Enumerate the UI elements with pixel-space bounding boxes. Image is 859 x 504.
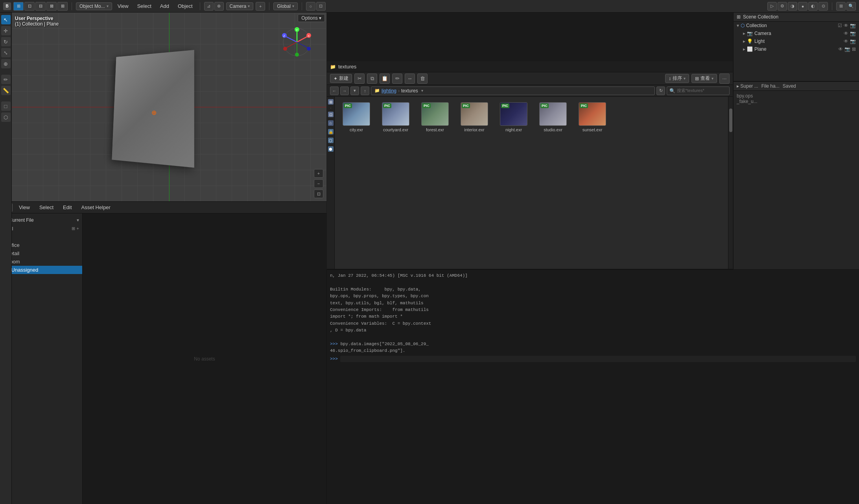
bookmark-3[interactable]: ☆ <box>328 120 334 126</box>
overlay-icon[interactable]: ⊙ <box>818 2 828 11</box>
move-tool-btn[interactable]: ✛ <box>1 26 11 35</box>
asset-tree-all[interactable]: ▾ All ⊞ + <box>0 224 82 233</box>
collection-row-light[interactable]: ▸ 💡 Light 👁 📷 <box>734 37 859 45</box>
collection-row-plane[interactable]: ▸ ⬜ Plane 👁 📷 ⊠ <box>734 45 859 53</box>
annotate-tool-btn[interactable]: ✏ <box>1 75 11 84</box>
select-menu[interactable]: Select <box>134 2 155 10</box>
scale-tool-btn[interactable]: ⤡ <box>1 48 11 57</box>
more-options-btn[interactable]: ··· <box>719 74 730 84</box>
asset-view-btn[interactable]: View <box>16 204 33 211</box>
plane-render[interactable]: 📷 <box>844 46 850 52</box>
bookmark-5[interactable]: ⬡ <box>328 138 334 143</box>
header-icon-3[interactable]: ⊟ <box>35 2 46 11</box>
zoom-fit-btn[interactable]: ⊡ <box>314 189 323 198</box>
file-item-studio[interactable]: PIC studio.exr <box>535 101 571 134</box>
scrollbar-thumb[interactable] <box>729 109 732 132</box>
delete-btn[interactable]: 🗑 <box>417 74 428 84</box>
file-item-night[interactable]: PIC night.exr <box>496 101 531 134</box>
file-item-sunset[interactable]: PIC sunset.exr <box>575 101 610 134</box>
move-btn[interactable]: ↔ <box>405 74 415 84</box>
mode-selector[interactable]: Object Mo... ▾ <box>76 2 112 10</box>
rename-btn[interactable]: ✏ <box>392 74 402 84</box>
nav-up-btn[interactable]: ↑ <box>361 86 369 95</box>
transform-tool-btn[interactable]: ⊕ <box>1 59 11 68</box>
tool-icon1[interactable]: ⊞ <box>836 2 846 11</box>
3d-viewport[interactable]: ⊕ User Perspective (1) Collection | Plan… <box>12 13 326 201</box>
view-btn[interactable]: ⊞ 查看 ▾ <box>691 74 717 83</box>
bookmark-2[interactable]: ⊡ <box>328 112 334 117</box>
render-settings-icon[interactable]: ⚙ <box>778 2 787 11</box>
3d-cursor[interactable]: ⊕ <box>151 109 159 117</box>
asset-helper-btn[interactable]: Asset Helper <box>78 204 114 211</box>
light-render[interactable]: 📷 <box>850 39 856 44</box>
asset-edit-btn[interactable]: Edit <box>60 204 75 211</box>
bookmark-1[interactable]: ⊞ <box>328 99 334 105</box>
add-cube-btn[interactable]: □ <box>1 101 11 111</box>
new-btn[interactable]: ✦ 新建 <box>330 74 352 83</box>
header-icon-select[interactable]: ⊞ <box>13 2 24 11</box>
collection-render-icon[interactable]: 📷 <box>850 23 856 28</box>
file-item-interior[interactable]: PIC interior.exr <box>457 101 492 134</box>
collection-row-main[interactable]: ▾ ⬡ Collection ☑ 👁 📷 <box>734 22 859 29</box>
add-object-btn[interactable]: ⬡ <box>1 112 11 122</box>
console-input[interactable] <box>340 356 856 362</box>
rotate-tool-btn[interactable]: ↻ <box>1 37 11 46</box>
camera-eye[interactable]: 👁 <box>844 31 848 36</box>
asset-select-btn[interactable]: Select <box>36 204 57 211</box>
file-item-courtyard[interactable]: PIC courtyard.exr <box>378 101 413 134</box>
cut-btn[interactable]: ✂ <box>354 74 365 84</box>
select-tool-btn[interactable]: ↖ <box>1 15 11 24</box>
navigation-gizmo[interactable]: Y X Z <box>281 26 313 58</box>
object-menu[interactable]: Object <box>175 2 196 10</box>
collection-row-camera[interactable]: ▸ 📷 Camera 👁 📷 <box>734 29 859 37</box>
file-manager-scrollbar[interactable] <box>728 97 733 269</box>
camera-selector[interactable]: Camera ▾ <box>226 2 254 10</box>
file-item-forest[interactable]: PIC forest.exr <box>417 101 453 134</box>
nav-forward-btn[interactable]: → <box>340 86 349 95</box>
file-item-city[interactable]: PIC city.exr <box>339 101 374 134</box>
copy-btn[interactable]: ⧉ <box>367 74 377 84</box>
breadcrumb-root[interactable]: lighting <box>382 88 396 94</box>
global-selector[interactable]: Global ▾ <box>273 2 298 10</box>
add-menu[interactable]: Add <box>157 2 172 10</box>
header-icon-2[interactable]: ⊡ <box>24 2 35 11</box>
header-icon-4[interactable]: ⊠ <box>46 2 57 11</box>
asset-item-unassigned[interactable]: ⚑ Unassigned <box>0 266 82 274</box>
orientation-icon[interactable]: ⊕ <box>214 2 224 11</box>
collection-expand[interactable]: ▾ <box>737 23 739 28</box>
paste-btn[interactable]: 📋 <box>380 74 390 84</box>
sort-btn[interactable]: ↕ 排序 ▾ <box>665 74 689 83</box>
all-add-btn[interactable]: + <box>77 226 79 231</box>
light-eye[interactable]: 👁 <box>844 39 848 44</box>
zoom-out-btn[interactable]: − <box>314 179 323 188</box>
shading-icon1[interactable]: ◑ <box>788 2 797 11</box>
shading-icon3[interactable]: ◐ <box>808 2 818 11</box>
asset-item-room[interactable]: Room <box>0 258 82 266</box>
render-icon[interactable]: ▷ <box>767 2 777 11</box>
zoom-in-btn[interactable]: + <box>314 169 323 178</box>
plane-constraint[interactable]: ⊠ <box>852 46 856 52</box>
collection-checkbox[interactable]: ☑ <box>838 23 842 28</box>
snap-icon[interactable]: ⊿ <box>204 2 214 11</box>
collection-eye-icon[interactable]: 👁 <box>844 23 848 28</box>
bookmark-4[interactable]: 🔒 <box>328 129 334 134</box>
current-file-dropdown[interactable]: ▾ <box>77 217 79 223</box>
nav-parent-btn[interactable]: ▾ <box>350 86 359 95</box>
camera-render[interactable]: 📷 <box>850 31 856 36</box>
search-icon[interactable]: 🔍 <box>846 2 856 11</box>
breadcrumb-dropdown[interactable]: ▾ <box>421 88 423 93</box>
prop-edit-icon[interactable]: ○ <box>306 2 315 11</box>
snap-to-icon[interactable]: ⊡ <box>316 2 326 11</box>
nav-refresh-btn[interactable]: ↻ <box>656 86 665 95</box>
measure-tool-btn[interactable]: 📏 <box>1 86 11 95</box>
plane-eye[interactable]: 👁 <box>838 46 843 52</box>
all-expand-btn[interactable]: ⊞ <box>72 226 75 231</box>
asset-item-01[interactable]: 01 <box>0 233 82 241</box>
nav-back-btn[interactable]: ← <box>330 86 339 95</box>
asset-item-office[interactable]: Office <box>0 241 82 249</box>
view-menu[interactable]: View <box>114 2 132 10</box>
bookmark-6[interactable]: ⬢ <box>328 146 334 152</box>
asset-item-retail[interactable]: Retail <box>0 249 82 258</box>
add-camera-icon[interactable]: + <box>256 2 265 11</box>
header-icon-5[interactable]: ⊞ <box>57 2 68 11</box>
